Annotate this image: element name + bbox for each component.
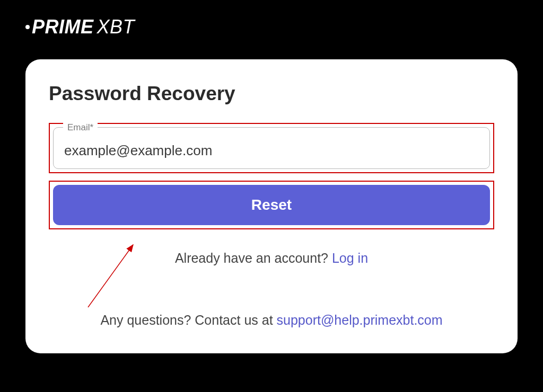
brand-prime: PRIME [32, 16, 94, 38]
brand-xbt: XBT [97, 16, 135, 38]
reset-button[interactable]: Reset [53, 185, 490, 225]
reset-highlight-box: Reset [49, 181, 494, 229]
brand-logo: PRIME XBT [25, 16, 135, 38]
contact-prefix: Any questions? Contact us at [100, 313, 276, 327]
email-label: Email* [63, 122, 98, 133]
header: PRIME XBT [0, 0, 543, 38]
email-field-wrapper: Email* [53, 127, 490, 169]
contact-row: Any questions? Contact us at support@hel… [49, 313, 494, 328]
page-title: Password Recovery [49, 83, 494, 105]
password-recovery-card: Password Recovery Email* Reset Already h… [25, 59, 518, 353]
logo-dot-icon [25, 25, 30, 29]
login-row: Already have an account? Log in [49, 251, 494, 266]
support-email-link[interactable]: support@help.primexbt.com [277, 313, 443, 327]
email-input[interactable] [64, 142, 479, 159]
login-prefix: Already have an account? [175, 251, 332, 265]
email-highlight-box: Email* [49, 123, 494, 173]
login-link[interactable]: Log in [332, 251, 368, 265]
